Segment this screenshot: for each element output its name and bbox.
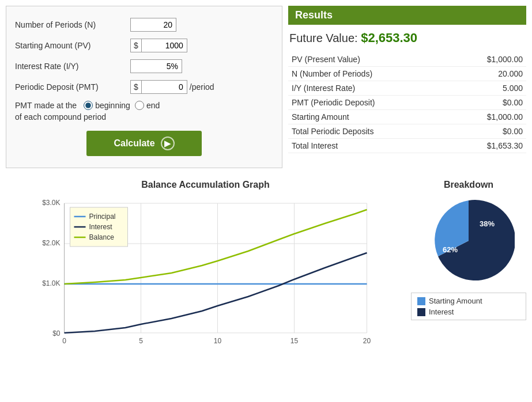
results-row: PMT (Periodic Deposit)$0.00 <box>288 96 526 110</box>
balance-chart: $3.0K $2.0K $1.0K $0 0 5 10 15 <box>6 195 405 344</box>
interest-input[interactable] <box>130 59 182 73</box>
svg-text:$0: $0 <box>52 329 61 337</box>
deposit-prefix: $ <box>130 80 141 94</box>
result-value: $1,000.00 <box>450 110 526 124</box>
result-label: Total Interest <box>288 139 450 153</box>
end-label: end <box>146 101 160 110</box>
pie-legend-starting: Starting Amount <box>417 297 520 305</box>
deposit-row: Periodic Deposit (PMT) $ /period <box>15 80 273 94</box>
result-label: I/Y (Interest Rate) <box>288 81 450 96</box>
result-value: 5.000 <box>450 81 526 96</box>
results-row: Total Periodic Deposits$0.00 <box>288 124 526 139</box>
svg-text:38%: 38% <box>480 219 495 228</box>
svg-text:Principal: Principal <box>89 213 116 221</box>
future-value-row: Future Value: $2,653.30 <box>288 31 526 45</box>
svg-text:62%: 62% <box>443 245 458 254</box>
result-label: PV (Present Value) <box>288 52 450 67</box>
deposit-label: Periodic Deposit (PMT) <box>15 82 130 92</box>
results-header: Results <box>288 6 526 25</box>
pmt-timing-row: PMT made at the beginning end of each co… <box>15 101 273 122</box>
interest-legend-label: Interest <box>429 308 454 316</box>
calculate-label: Calculate <box>114 138 154 149</box>
pie-legend-interest: Interest <box>417 308 520 316</box>
result-label: Starting Amount <box>288 110 450 124</box>
results-row: Total Interest$1,653.30 <box>288 139 526 153</box>
results-row: N (Number of Periods)20.000 <box>288 67 526 81</box>
svg-text:5: 5 <box>139 337 143 344</box>
starting-input[interactable] <box>141 39 187 52</box>
svg-text:$1.0K: $1.0K <box>42 279 60 287</box>
results-panel: Results Future Value: $2,653.30 PV (Pres… <box>288 6 526 168</box>
result-label: Total Periodic Deposits <box>288 124 450 139</box>
svg-text:0: 0 <box>62 337 66 344</box>
periods-row: Number of Periods (N) <box>15 18 273 32</box>
starting-label: Starting Amount (PV) <box>15 41 130 50</box>
results-row: I/Y (Interest Rate)5.000 <box>288 81 526 96</box>
results-table: PV (Present Value)$1,000.00N (Number of … <box>288 52 526 153</box>
result-value: $0.00 <box>450 124 526 139</box>
starting-prefix: $ <box>130 39 141 52</box>
end-radio[interactable] <box>135 101 144 110</box>
periods-input[interactable] <box>130 18 176 32</box>
interest-color <box>417 308 425 316</box>
pie-legend: Starting Amount Interest <box>411 293 526 320</box>
results-row: PV (Present Value)$1,000.00 <box>288 52 526 67</box>
result-value: 20.000 <box>450 67 526 81</box>
result-label: N (Number of Periods) <box>288 67 450 81</box>
starting-row: Starting Amount (PV) $ <box>15 39 273 52</box>
pie-chart: 62% 38% <box>422 195 515 287</box>
breakdown-section: Breakdown 62% 38% Starting Amount Inter <box>411 180 526 344</box>
result-value: $1,653.30 <box>450 139 526 153</box>
future-value-amount: $2,653.30 <box>361 31 417 45</box>
svg-text:10: 10 <box>214 337 222 344</box>
svg-text:Balance: Balance <box>89 233 115 241</box>
svg-text:20: 20 <box>363 337 371 344</box>
calculator-panel: Number of Periods (N) Starting Amount (P… <box>6 6 282 168</box>
svg-text:Interest: Interest <box>89 223 113 231</box>
pie-container: 62% 38% <box>411 195 526 287</box>
result-value: $0.00 <box>450 96 526 110</box>
chart-title: Balance Accumulation Graph <box>6 180 405 190</box>
pmt-label: PMT made at the <box>15 101 77 110</box>
deposit-suffix: /period <box>190 82 214 92</box>
svg-text:$2.0K: $2.0K <box>42 239 60 247</box>
interest-label: Interest Rate (I/Y) <box>15 62 130 71</box>
interest-row: Interest Rate (I/Y) <box>15 59 273 73</box>
chart-section: Balance Accumulation Graph $3.0K $2.0K $… <box>6 180 405 344</box>
deposit-input[interactable] <box>141 80 187 94</box>
beginning-label: beginning <box>95 101 130 110</box>
breakdown-title: Breakdown <box>411 180 526 190</box>
calculate-arrow-icon: ▶ <box>161 136 175 150</box>
calculate-button[interactable]: Calculate ▶ <box>86 131 202 156</box>
end-option[interactable]: end <box>135 101 160 110</box>
result-value: $1,000.00 <box>450 52 526 67</box>
starting-legend-label: Starting Amount <box>429 297 482 305</box>
result-label: PMT (Periodic Deposit) <box>288 96 450 110</box>
beginning-radio[interactable] <box>84 101 93 110</box>
starting-color <box>417 297 425 305</box>
results-row: Starting Amount$1,000.00 <box>288 110 526 124</box>
periods-label: Number of Periods (N) <box>15 20 130 29</box>
svg-text:$3.0K: $3.0K <box>42 199 60 207</box>
beginning-option[interactable]: beginning <box>84 101 130 110</box>
pmt-suffix: of each compound period <box>15 112 106 122</box>
chart-area: $3.0K $2.0K $1.0K $0 0 5 10 15 <box>6 195 405 344</box>
svg-text:15: 15 <box>290 337 299 344</box>
future-value-label: Future Value: <box>289 32 358 44</box>
